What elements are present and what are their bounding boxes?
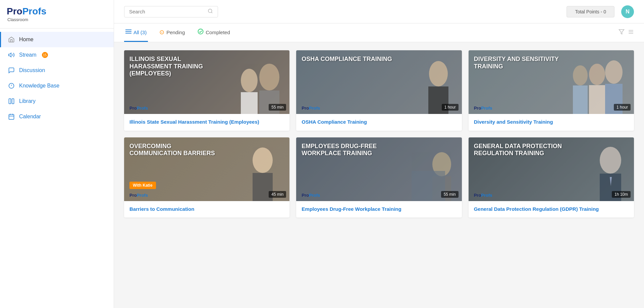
course-info-6: General Data Protection Regulation (GDPR… xyxy=(469,201,634,218)
svg-point-20 xyxy=(259,64,279,90)
knowledge-icon xyxy=(8,82,15,89)
svg-point-37 xyxy=(600,147,621,174)
sidebar-item-knowledge-base[interactable]: Knowledge Base xyxy=(0,78,114,94)
svg-rect-6 xyxy=(9,114,14,119)
total-points-display: Total Points - 0 xyxy=(567,6,614,17)
sidebar-item-discussion[interactable]: Discussion xyxy=(0,63,114,78)
course-thumbnail-3: DIVERSITY AND SENSITIVITY TRAINING ProPr… xyxy=(469,50,634,114)
discussion-label: Discussion xyxy=(19,67,45,73)
thumbnail-logo-4: ProProfs xyxy=(129,193,148,198)
search-box[interactable] xyxy=(124,6,218,17)
svg-rect-23 xyxy=(241,92,258,114)
filter-icon[interactable] xyxy=(619,29,625,37)
svg-rect-29 xyxy=(589,85,605,114)
grid-view-icon[interactable] xyxy=(628,29,634,37)
library-icon xyxy=(8,98,15,105)
topbar: Total Points - 0 N xyxy=(114,0,644,23)
tab-pending[interactable]: ⊙ Pending xyxy=(158,23,186,42)
svg-rect-4 xyxy=(9,99,11,104)
svg-marker-0 xyxy=(9,53,11,57)
thumbnail-logo-3: ProProfs xyxy=(474,106,492,111)
course-title-3: Diversity and Sensitivity Training xyxy=(474,119,629,125)
thumbnail-logo-1: ProProfs xyxy=(129,106,148,111)
thumbnail-duration-2: 1 hour xyxy=(442,104,459,111)
course-card-2[interactable]: OSHA COMPLIANCE TRAINING ProProfs 1 hour… xyxy=(296,50,462,131)
knowledge-base-label: Knowledge Base xyxy=(19,83,59,89)
thumbnail-title-6: GENERAL DATA PROTECTION REGULATION TRAIN… xyxy=(474,143,565,157)
tab-all[interactable]: All (3) xyxy=(124,23,148,42)
tab-pending-icon: ⊙ xyxy=(159,28,164,36)
course-info-3: Diversity and Sensitivity Training xyxy=(469,114,634,131)
sidebar: ProProfs Classroom Home xyxy=(0,0,114,308)
course-title-1: Illinois State Sexual Harassment Trainin… xyxy=(129,119,284,125)
thumbnail-duration-3: 1 hour xyxy=(614,104,631,111)
svg-point-24 xyxy=(429,61,448,86)
search-icon xyxy=(208,8,213,15)
with-katie-badge: With Katie xyxy=(129,182,156,189)
course-card-1[interactable]: ILLINOIS SEXUAL HARASSMENT TRAINING (EMP… xyxy=(124,50,289,131)
course-thumbnail-5: EMPLOYEES DRUG-FREE WORKPLACE TRAINING P… xyxy=(296,137,462,201)
nav-menu: Home Stream 15 Discussion xyxy=(0,32,114,124)
tab-all-icon xyxy=(125,29,131,35)
svg-point-28 xyxy=(589,64,605,85)
logo-profs: Profs xyxy=(22,6,47,16)
sidebar-item-home[interactable]: Home xyxy=(0,32,114,47)
avatar[interactable]: N xyxy=(621,5,634,18)
course-thumbnail-6: GENERAL DATA PROTECTION REGULATION TRAIN… xyxy=(469,137,634,201)
library-label: Library xyxy=(19,98,36,104)
home-label: Home xyxy=(19,37,34,43)
thumbnail-title-2: OSHA COMPLIANCE TRAINING xyxy=(302,56,392,63)
course-info-5: Employees Drug-Free Workplace Training xyxy=(296,201,462,218)
sidebar-item-library[interactable]: Library xyxy=(0,94,114,109)
course-card-5[interactable]: EMPLOYEES DRUG-FREE WORKPLACE TRAINING P… xyxy=(296,137,462,218)
tab-completed[interactable]: Completed xyxy=(196,23,231,42)
thumbnail-duration-4: 45 min xyxy=(269,191,286,198)
thumbnail-title-3: DIVERSITY AND SENSITIVITY TRAINING xyxy=(474,56,565,70)
thumbnail-title-5: EMPLOYEES DRUG-FREE WORKPLACE TRAINING xyxy=(302,143,392,157)
course-grid: ILLINOIS SEXUAL HARASSMENT TRAINING (EMP… xyxy=(124,50,634,218)
course-thumbnail-1: ILLINOIS SEXUAL HARASSMENT TRAINING (EMP… xyxy=(124,50,289,114)
course-title-5: Employees Drug-Free Workplace Training xyxy=(302,206,456,212)
svg-point-15 xyxy=(198,29,203,34)
course-card-3[interactable]: DIVERSITY AND SENSITIVITY TRAINING ProPr… xyxy=(469,50,634,131)
course-thumbnail-2: OSHA COMPLIANCE TRAINING ProProfs 1 hour xyxy=(296,50,462,114)
svg-point-32 xyxy=(253,147,273,173)
course-title-4: Barriers to Communication xyxy=(129,206,284,212)
discussion-icon xyxy=(8,67,15,74)
thumbnail-logo-5: ProProfs xyxy=(302,193,320,198)
course-title-2: OSHA Compliance Training xyxy=(302,119,456,125)
svg-line-11 xyxy=(211,12,212,13)
thumbnail-duration-1: 55 min xyxy=(269,104,286,111)
svg-marker-16 xyxy=(619,29,624,34)
tab-completed-icon xyxy=(198,28,204,36)
search-input[interactable] xyxy=(129,9,205,14)
main-content: Total Points - 0 N All (3) ⊙ Pending xyxy=(114,0,644,308)
thumbnail-title-4: OVERCOMING COMMUNICATION BARRIERS xyxy=(129,143,220,157)
course-card-6[interactable]: GENERAL DATA PROTECTION REGULATION TRAIN… xyxy=(469,137,634,218)
logo-classroom: Classroom xyxy=(7,17,28,22)
stream-label: Stream xyxy=(19,52,37,58)
course-info-4: Barriers to Communication xyxy=(124,201,289,218)
sidebar-item-stream[interactable]: Stream 15 xyxy=(0,47,114,63)
tab-completed-label: Completed xyxy=(206,29,230,35)
thumbnail-logo-2: ProProfs xyxy=(302,106,320,111)
course-info-2: OSHA Compliance Training xyxy=(296,114,462,131)
course-grid-area: ILLINOIS SEXUAL HARASSMENT TRAINING (EMP… xyxy=(114,42,644,308)
stream-icon xyxy=(8,51,15,59)
course-title-6: General Data Protection Regulation (GDPR… xyxy=(474,206,629,212)
svg-rect-36 xyxy=(412,171,445,201)
course-card-4[interactable]: OVERCOMING COMMUNICATION BARRIERS With K… xyxy=(124,137,289,218)
thumbnail-duration-5: 55 min xyxy=(441,191,459,198)
logo-pro: Pro xyxy=(7,6,22,16)
svg-point-30 xyxy=(573,65,588,85)
thumbnail-duration-6: 1h 10m xyxy=(612,191,631,198)
filter-bar: All (3) ⊙ Pending Completed xyxy=(114,23,644,42)
course-thumbnail-4: OVERCOMING COMMUNICATION BARRIERS With K… xyxy=(124,137,289,201)
svg-point-26 xyxy=(605,60,623,84)
sidebar-item-calendar[interactable]: Calendar xyxy=(0,109,114,124)
filter-controls xyxy=(619,29,634,37)
logo-area: ProProfs Classroom xyxy=(0,0,114,28)
course-info-1: Illinois State Sexual Harassment Trainin… xyxy=(124,114,289,131)
home-icon xyxy=(8,36,15,43)
svg-point-10 xyxy=(208,9,212,13)
